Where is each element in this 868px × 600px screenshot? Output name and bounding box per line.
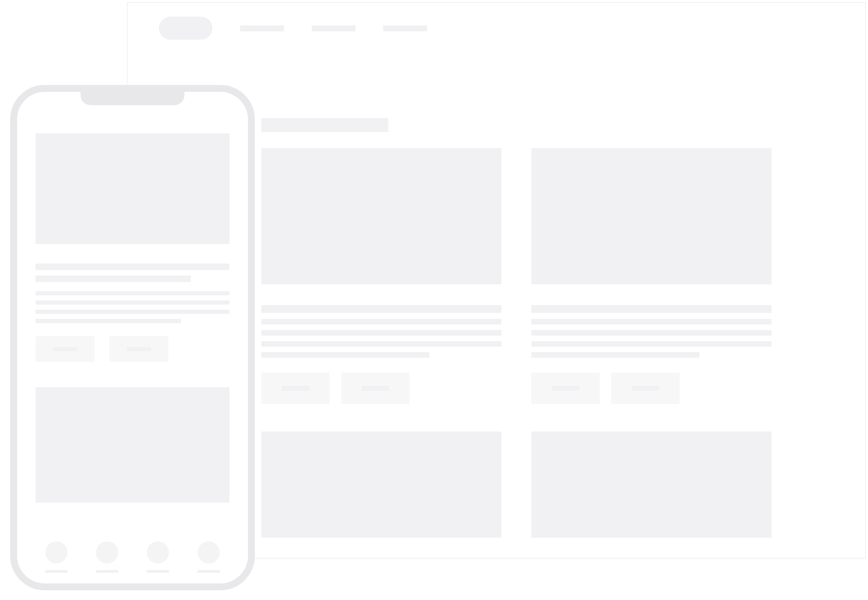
button-label-placeholder	[282, 386, 309, 391]
button-placeholder	[261, 372, 330, 404]
nav-item-placeholder	[312, 25, 356, 31]
card-image-placeholder	[531, 432, 772, 538]
card-text-placeholder	[531, 341, 772, 347]
button-label-placeholder	[362, 386, 389, 391]
card-text-placeholder	[36, 310, 229, 314]
card-buttons	[531, 372, 772, 404]
card-image-placeholder	[36, 387, 229, 503]
phone-tabbar	[17, 530, 248, 583]
tab-icon-placeholder	[147, 541, 169, 564]
mobile-wireframe	[10, 85, 255, 590]
card-title-placeholder	[261, 305, 501, 313]
card	[261, 148, 501, 404]
tab-item-placeholder	[147, 541, 169, 573]
cards-row	[261, 432, 834, 538]
button-label-placeholder	[53, 347, 77, 351]
tab-label-placeholder	[198, 570, 220, 573]
desktop-header	[127, 3, 865, 54]
button-placeholder	[36, 336, 95, 362]
tab-item-placeholder	[96, 541, 118, 573]
button-label-placeholder	[632, 386, 659, 391]
tab-icon-placeholder	[198, 541, 220, 564]
card-title-placeholder	[36, 264, 229, 270]
card-text-placeholder	[36, 319, 181, 323]
tab-item-placeholder	[45, 541, 67, 573]
card-image-placeholder	[36, 133, 229, 244]
button-label-placeholder	[552, 386, 579, 391]
tab-label-placeholder	[147, 570, 169, 573]
card	[531, 432, 772, 538]
phone-notch	[81, 91, 185, 105]
card-text-placeholder	[36, 300, 229, 305]
tab-icon-placeholder	[45, 541, 67, 564]
cards-row	[261, 148, 834, 404]
tab-label-placeholder	[96, 570, 118, 573]
card-text-placeholder	[261, 319, 501, 324]
card-text-placeholder	[261, 330, 501, 336]
button-placeholder	[531, 372, 600, 404]
card-title-placeholder	[36, 276, 191, 282]
card-text-placeholder	[261, 352, 429, 358]
card-text-placeholder	[36, 291, 229, 295]
button-placeholder	[611, 372, 680, 404]
button-label-placeholder	[127, 347, 151, 351]
card-image-placeholder	[261, 432, 501, 538]
card-buttons	[36, 336, 229, 362]
tab-item-placeholder	[198, 541, 220, 573]
card-text-placeholder	[531, 352, 699, 358]
button-placeholder	[341, 372, 410, 404]
card-buttons	[261, 372, 501, 404]
logo-placeholder	[159, 17, 212, 40]
tab-icon-placeholder	[96, 541, 118, 564]
card-text-placeholder	[531, 330, 772, 336]
card-text-placeholder	[261, 341, 501, 347]
card-image-placeholder	[531, 148, 772, 284]
phone-content	[17, 92, 248, 503]
nav-item-placeholder	[240, 25, 284, 31]
button-placeholder	[109, 336, 169, 362]
card-title-placeholder	[531, 305, 772, 313]
card	[531, 148, 772, 404]
page-title-placeholder	[261, 118, 388, 132]
card	[261, 432, 501, 538]
card-text-placeholder	[531, 319, 772, 324]
nav-item-placeholder	[383, 25, 427, 31]
tab-label-placeholder	[45, 570, 67, 573]
card-image-placeholder	[261, 148, 501, 284]
